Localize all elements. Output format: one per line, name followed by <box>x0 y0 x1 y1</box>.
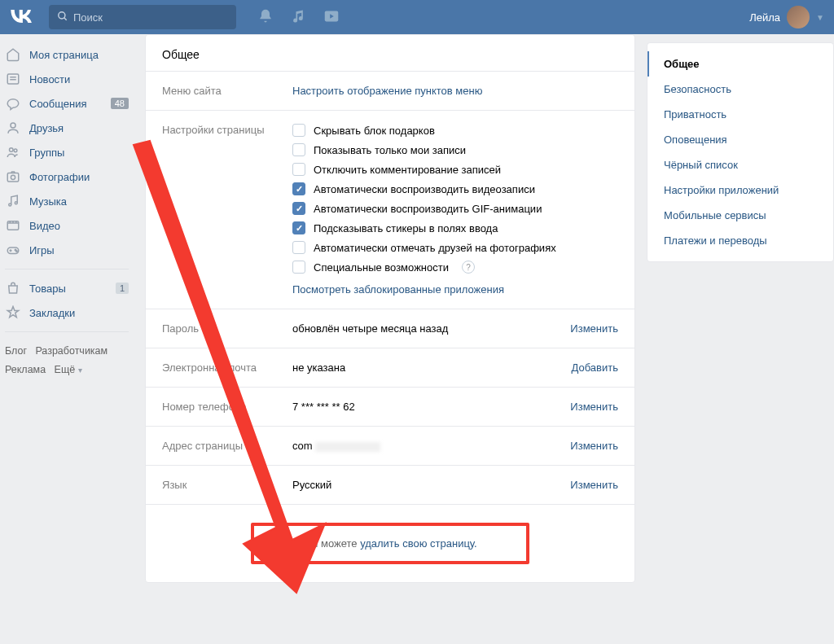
nav-market[interactable]: Товары 1 <box>0 276 134 300</box>
page-title: Общее <box>146 35 634 72</box>
footer-ads[interactable]: Реклама <box>5 364 46 375</box>
check-label: Отключить комментирование записей <box>314 164 501 176</box>
home-icon <box>5 46 21 63</box>
nav-label: Музыка <box>29 195 67 208</box>
friends-icon <box>5 120 21 136</box>
checkbox-icon <box>292 124 305 137</box>
setting-label: Меню сайта <box>162 85 292 97</box>
svg-point-10 <box>11 175 15 179</box>
row-phone: Номер телефона 7 *** *** ** 62 Изменить <box>146 388 634 427</box>
nav-label: Моя страница <box>29 49 99 61</box>
header-inner: Лейла ▼ <box>10 5 824 29</box>
vk-logo-icon[interactable] <box>10 7 42 28</box>
photos-icon <box>5 169 21 185</box>
footer-more[interactable]: Ещё ▾ <box>55 364 82 375</box>
tab-privacy[interactable]: Приватность <box>647 102 833 127</box>
delete-section: Вы можете удалить свою страницу. <box>146 505 634 582</box>
configure-menu-link[interactable]: Настроить отображение пунктов меню <box>292 85 482 97</box>
content: Общее Меню сайта Настроить отображение п… <box>145 34 635 583</box>
row-email: Электронная почта не указана Добавить <box>146 348 634 388</box>
tab-security[interactable]: Безопасность <box>647 77 833 102</box>
check-only-my-posts[interactable]: Показывать только мои записи <box>292 143 618 156</box>
tab-notifications[interactable]: Оповещения <box>647 127 833 152</box>
check-label: Подсказывать стикеры в полях ввода <box>314 222 498 234</box>
nav-label: Сообщения <box>29 98 87 110</box>
check-suggest-stickers[interactable]: Подсказывать стикеры в полях ввода <box>292 221 618 234</box>
svg-rect-9 <box>7 173 19 182</box>
check-label: Автоматически воспроизводить видеозаписи <box>314 183 535 195</box>
nav-label: Новости <box>29 73 70 85</box>
search-input[interactable] <box>73 11 228 24</box>
setting-label: Электронная почта <box>162 361 292 374</box>
add-email-link[interactable]: Добавить <box>572 361 618 374</box>
video-icon[interactable] <box>323 7 340 28</box>
header-user[interactable]: Лейла ▼ <box>749 6 824 28</box>
left-nav: Моя страница Новости Сообщения 48 Друзья… <box>0 34 134 607</box>
layout: Моя страница Новости Сообщения 48 Друзья… <box>0 0 834 607</box>
delete-prefix: Вы можете <box>303 537 360 550</box>
nav-friends[interactable]: Друзья <box>0 116 134 140</box>
right-nav: Общее Безопасность Приватность Оповещени… <box>647 34 834 607</box>
messages-icon <box>5 95 21 112</box>
help-icon[interactable]: ? <box>462 261 475 274</box>
nav-news[interactable]: Новости <box>0 67 134 91</box>
check-accessibility[interactable]: Специальные возможности? <box>292 261 618 274</box>
nav-messages[interactable]: Сообщения 48 <box>0 91 134 116</box>
nav-music[interactable]: Музыка <box>0 189 134 213</box>
change-phone-link[interactable]: Изменить <box>570 401 618 413</box>
header-icons <box>257 7 340 28</box>
tab-mobile[interactable]: Мобильные сервисы <box>647 203 833 228</box>
tab-blacklist[interactable]: Чёрный список <box>647 152 833 177</box>
checkbox-icon <box>292 221 305 234</box>
check-label: Автоматически отмечать друзей на фотогра… <box>314 242 556 254</box>
svg-line-1 <box>64 17 67 20</box>
row-page-settings: Настройки страницы Скрывать блок подарко… <box>146 111 634 309</box>
checklist: Скрывать блок подарков Показывать только… <box>292 124 618 274</box>
change-address-link[interactable]: Изменить <box>570 440 618 452</box>
check-autoplay-gif[interactable]: Автоматически воспроизводить GIF-анимаци… <box>292 202 618 215</box>
row-address: Адрес страницы com Изменить <box>146 427 634 466</box>
check-autotag-friends[interactable]: Автоматически отмечать друзей на фотогра… <box>292 241 618 254</box>
svg-point-8 <box>14 149 17 152</box>
nav-label: Игры <box>29 244 55 256</box>
change-password-link[interactable]: Изменить <box>570 322 618 335</box>
setting-value: Русский <box>292 479 570 491</box>
nav-label: Друзья <box>29 122 64 134</box>
footer-devs[interactable]: Разработчикам <box>35 345 108 357</box>
footer-blog[interactable]: Блог <box>5 345 27 357</box>
bookmarks-icon <box>5 304 21 321</box>
tab-general[interactable]: Общее <box>647 51 833 77</box>
nav-my-page[interactable]: Моя страница <box>0 42 134 67</box>
header: Лейла ▼ <box>0 0 834 34</box>
svg-point-18 <box>16 251 18 252</box>
nav-bookmarks[interactable]: Закладки <box>0 300 134 325</box>
check-label: Скрывать блок подарков <box>314 125 435 137</box>
blocked-apps-link[interactable]: Посмотреть заблокированные приложения <box>292 283 618 296</box>
music-icon[interactable] <box>290 8 306 27</box>
setting-value: обновлён четыре месяца назад <box>292 322 570 335</box>
check-autoplay-video[interactable]: Автоматически воспроизводить видеозаписи <box>292 182 618 195</box>
svg-point-6 <box>11 123 15 128</box>
tab-app-settings[interactable]: Настройки приложений <box>647 177 833 203</box>
setting-label: Номер телефона <box>162 401 292 413</box>
check-disable-comments[interactable]: Отключить комментирование записей <box>292 163 618 176</box>
notifications-icon[interactable] <box>257 8 274 27</box>
nav-games[interactable]: Игры <box>0 238 134 262</box>
nav-photos[interactable]: Фотографии <box>0 164 134 189</box>
nav-badge: 48 <box>111 98 129 109</box>
setting-value: не указана <box>292 361 572 374</box>
check-hide-gifts[interactable]: Скрывать блок подарков <box>292 124 618 137</box>
nav-label: Видео <box>29 220 60 232</box>
nav-label: Группы <box>29 147 64 159</box>
nav-separator <box>5 331 129 332</box>
checkbox-icon <box>292 202 305 215</box>
groups-icon <box>5 144 21 160</box>
checkbox-icon <box>292 163 305 176</box>
nav-groups[interactable]: Группы <box>0 140 134 164</box>
search-box[interactable] <box>49 5 236 29</box>
delete-page-link[interactable]: удалить свою страницу. <box>360 537 477 550</box>
change-language-link[interactable]: Изменить <box>570 479 618 491</box>
nav-video[interactable]: Видео <box>0 213 134 238</box>
nav-label: Закладки <box>29 307 75 319</box>
tab-payments[interactable]: Платежи и переводы <box>647 228 833 253</box>
